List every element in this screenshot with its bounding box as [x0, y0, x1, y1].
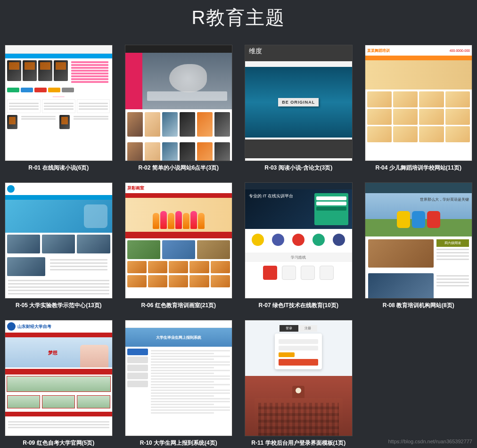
thumbnail: 世界那么大，学好英语是关键 四六级阅读: [365, 182, 473, 299]
template-card-r04[interactable]: 某某舞蹈培训 400-0000-000 R-04 少儿舞蹈培训学校网站(11页): [365, 45, 473, 172]
thumbnail: [125, 45, 233, 161]
template-card-r01[interactable]: ───── R-01 在线阅读小说(6页): [5, 45, 113, 172]
thumbnail: 登录 注册: [245, 320, 353, 436]
caption: R-09 红色自考大学官网(5页): [5, 436, 113, 447]
caption: R-05 大学实验教学示范中心(13页): [5, 299, 113, 310]
logo-text: 异彩画室: [127, 185, 144, 191]
caption: R-04 少儿舞蹈培训学校网站(11页): [365, 161, 473, 172]
template-card-r05[interactable]: R-05 大学实验教学示范中心(13页): [5, 182, 113, 310]
watermark: https://blog.csdn.net/ruan365392777: [388, 439, 472, 444]
logo-text: 某某舞蹈培训: [367, 48, 390, 53]
template-card-r11[interactable]: 登录 注册 R-11 学校后台用户登录界面模板(1页): [245, 320, 353, 447]
caption: R-03 阅读小说-含论文(3页): [245, 161, 353, 172]
thumbnail: [5, 182, 113, 299]
tab-login: 登录: [280, 325, 298, 332]
page-title: R教育主题: [0, 0, 477, 45]
thumbnail: 山东财经大学自考 梦想: [5, 320, 113, 436]
thumbnail: ─────: [5, 45, 113, 161]
caption: R-02 简单的小说网站6点半(3页): [125, 161, 233, 172]
thumbnail: 异彩画室: [125, 182, 233, 299]
caption: R-01 在线阅读小说(6页): [5, 161, 113, 172]
tab-register: 注册: [298, 325, 317, 332]
cta-button: 四六级阅读: [436, 239, 469, 247]
hero-badge: BE ORIGINAL: [278, 98, 319, 106]
template-card-r10[interactable]: 大学生毕业生网上报到系统 R-10 大学生网上报到系统(4页): [125, 320, 233, 447]
caption: R-11 学校后台用户登录界面模板(1页): [245, 436, 353, 447]
caption: R-06 红色教育培训画室(21页): [125, 299, 233, 310]
template-grid: ───── R-01 在线阅读小说(6页): [0, 45, 477, 447]
thumbnail: 大学生毕业生网上报到系统: [125, 320, 233, 436]
template-card-r03[interactable]: 维度 BE ORIGINAL R-03 阅读小说-含论文(3页): [245, 45, 353, 172]
template-card-r09[interactable]: 山东财经大学自考 梦想 R-09 红色自考大学官网(5页): [5, 320, 113, 447]
site-title: 山东财经大学自考: [17, 324, 51, 330]
brand-text: 维度: [245, 45, 352, 57]
hero-text: 专业的 IT 在线实训平台: [249, 193, 293, 225]
template-card-r02[interactable]: R-02 简单的小说网站6点半(3页): [125, 45, 233, 172]
template-card-r08[interactable]: 世界那么大，学好英语是关键 四六级阅读 R-08 教育培训机构网站(8页): [365, 182, 473, 310]
thumbnail: 维度 BE ORIGINAL: [245, 45, 353, 161]
caption: R-08 教育培训机构网站(8页): [365, 299, 473, 310]
caption: R-10 大学生网上报到系统(4页): [125, 436, 233, 447]
template-card-r07[interactable]: 专业的 IT 在线实训平台 学习路线 R-07 绿色IT技术在线教育(10页): [245, 182, 353, 310]
banner-text: 大学生毕业生网上报到系统: [156, 335, 201, 340]
slogan-text: 世界那么大，学好英语是关键: [420, 197, 469, 202]
thumbnail: 专业的 IT 在线实训平台 学习路线: [245, 182, 353, 299]
section-label: 学习路线: [245, 253, 352, 262]
thumbnail: 某某舞蹈培训 400-0000-000: [365, 45, 473, 161]
phone-text: 400-0000-000: [449, 49, 470, 52]
caption: R-07 绿色IT技术在线教育(10页): [245, 299, 353, 310]
template-card-r06[interactable]: 异彩画室 R-06 红色教育培训画室(21页): [125, 182, 233, 310]
